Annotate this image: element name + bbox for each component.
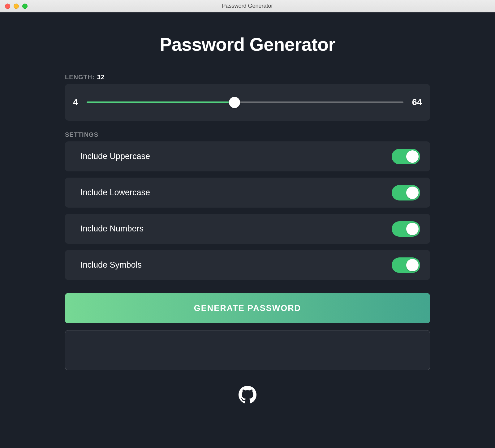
setting-row-symbols: Include Symbols (65, 250, 430, 280)
setting-row-uppercase: Include Uppercase (65, 141, 430, 171)
password-output[interactable] (65, 330, 430, 370)
length-slider-fill (87, 101, 235, 103)
generate-button[interactable]: GENERATE PASSWORD (65, 293, 430, 323)
page-title: Password Generator (65, 34, 430, 55)
length-max-label: 64 (412, 97, 422, 107)
minimize-window-button[interactable] (14, 3, 19, 9)
toggle-include-lowercase[interactable] (392, 185, 420, 200)
setting-label: Include Uppercase (80, 152, 150, 161)
setting-label: Include Lowercase (80, 188, 150, 197)
window-title: Password Generator (222, 3, 273, 9)
length-value: 32 (97, 74, 105, 81)
traffic-lights (5, 3, 28, 9)
footer (65, 386, 430, 405)
window-titlebar: Password Generator (0, 0, 495, 12)
setting-label: Include Numbers (80, 224, 144, 234)
setting-row-lowercase: Include Lowercase (65, 178, 430, 208)
github-icon (239, 399, 256, 405)
length-slider[interactable] (87, 101, 403, 103)
close-window-button[interactable] (5, 3, 10, 9)
settings-list: Include Uppercase Include Lowercase Incl… (65, 141, 430, 280)
settings-label-text: SETTINGS (65, 131, 98, 138)
settings-section-label: SETTINGS (65, 131, 430, 138)
length-slider-card: 4 64 (65, 84, 430, 121)
setting-label: Include Symbols (80, 260, 142, 270)
length-label: LENGTH: (65, 74, 95, 81)
app-root: Password Generator LENGTH: 32 4 64 SETTI… (0, 12, 495, 448)
length-min-label: 4 (73, 97, 78, 107)
length-slider-thumb[interactable] (229, 97, 240, 108)
toggle-include-symbols[interactable] (392, 257, 420, 273)
github-link[interactable] (239, 386, 256, 405)
fullscreen-window-button[interactable] (22, 3, 28, 9)
toggle-include-numbers[interactable] (392, 221, 420, 237)
setting-row-numbers: Include Numbers (65, 214, 430, 244)
toggle-include-uppercase[interactable] (392, 149, 420, 164)
length-section-label: LENGTH: 32 (65, 74, 430, 81)
